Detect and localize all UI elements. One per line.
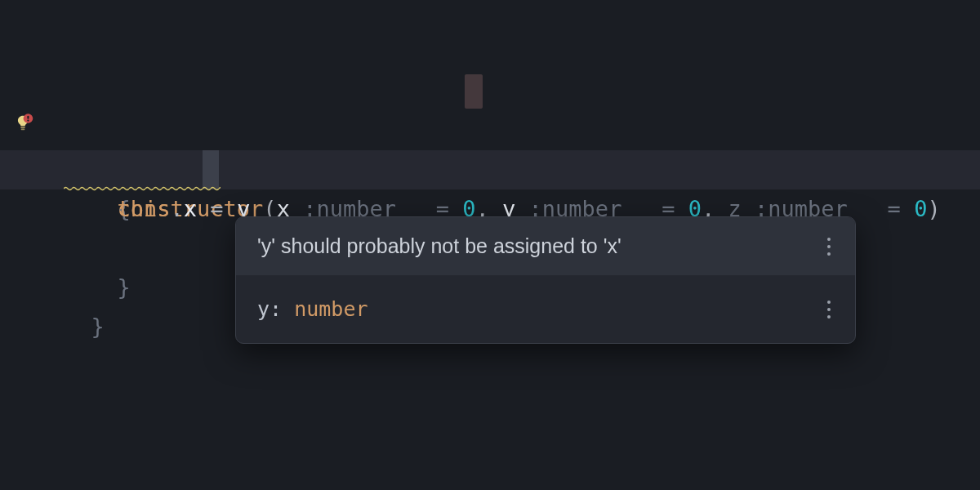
cursor-column [203,150,219,189]
svg-rect-3 [27,116,29,119]
default-value: 0 [914,196,927,221]
tooltip-identifier: y [257,297,270,321]
rparen: ) [927,196,940,221]
svg-rect-1 [21,129,25,131]
tooltip-warning-text: 'y' should probably not be assigned to '… [257,232,621,261]
warning-squiggle [64,186,220,191]
code-line-active[interactable]: this.x = y [0,150,980,189]
rbrace: } [118,274,131,300]
keyword-this: this [118,196,171,221]
hover-tooltip: 'y' should probably not be assigned to '… [235,216,856,344]
outer-rbrace: } [91,314,105,339]
code-editor[interactable]: constructor(x :number = 0, y :number = 0… [0,0,980,490]
param-highlight [465,74,483,109]
more-vertical-icon[interactable] [822,234,835,259]
tooltip-type-row: y: number [236,275,855,343]
more-vertical-icon[interactable] [822,297,835,322]
dot: . [171,196,184,221]
code-line[interactable]: { [0,111,980,150]
property-x: x [184,196,197,221]
svg-point-4 [27,119,29,121]
tooltip-colon: : [270,297,294,321]
assign-op: = [197,196,237,221]
tooltip-type: number [294,297,368,321]
svg-rect-0 [20,127,25,128]
lightbulb-error-icon[interactable] [11,113,34,136]
tooltip-warning-row: 'y' should probably not be assigned to '… [236,217,855,275]
code-line[interactable]: constructor(x :number = 0, y :number = 0… [0,72,980,111]
equals: = [888,196,901,221]
